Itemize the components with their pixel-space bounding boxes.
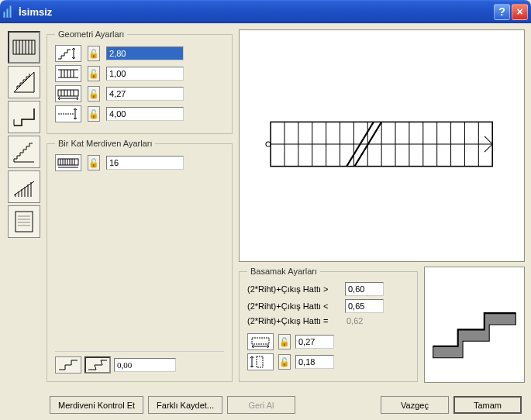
help-button[interactable]: ?	[494, 4, 510, 20]
flight-nosing-mode-2[interactable]	[84, 356, 111, 374]
depth-icon	[55, 105, 81, 122]
tread-icon	[247, 333, 274, 350]
geometry-fieldset: Geometri Ayarları 🔓 🔓 🔓	[47, 29, 233, 134]
titlebar: İsimsiz ? ×	[0, 0, 531, 23]
lock-icon[interactable]: 🔓	[278, 354, 291, 370]
formula-lt-label: (2*Riht)+Çıkış Hattı <	[247, 301, 340, 311]
undo-button: Geri Al	[227, 396, 295, 414]
check-stair-button[interactable]: Merdiveni Kontrol Et	[50, 396, 143, 414]
app-icon	[3, 5, 16, 18]
flight-legend: Bir Kat Merdiven Ayarları	[55, 139, 155, 148]
tread-input[interactable]	[295, 335, 334, 349]
basamak-legend: Basamak Ayarları	[247, 267, 320, 276]
flight-nosing-mode-1[interactable]	[55, 356, 81, 374]
tab-railing[interactable]	[8, 170, 40, 203]
geometry-legend: Geometri Ayarları	[55, 29, 127, 39]
lock-icon[interactable]: 🔓	[88, 86, 100, 102]
steps-icon	[55, 154, 81, 171]
nosing-input[interactable]	[114, 358, 176, 372]
lock-icon[interactable]: 🔓	[88, 106, 100, 122]
height-input[interactable]	[106, 46, 184, 60]
formula-lt-input[interactable]	[345, 299, 384, 313]
lock-icon[interactable]: 🔓	[88, 46, 100, 61]
length-input[interactable]	[106, 87, 184, 101]
tab-perspective[interactable]	[8, 66, 40, 98]
lock-icon[interactable]: 🔓	[88, 66, 100, 81]
formula-gt-label: (2*Riht)+Çıkış Hattı >	[247, 284, 340, 294]
svg-point-65	[266, 142, 271, 146]
formula-eq-value: 0,62	[345, 316, 363, 325]
ok-button[interactable]: Tamam	[453, 396, 522, 414]
basamak-fieldset: Basamak Ayarları (2*Riht)+Çıkış Hattı > …	[239, 267, 418, 382]
width-input[interactable]	[106, 67, 184, 81]
depth-input[interactable]	[106, 107, 184, 121]
formula-eq-label: (2*Riht)+Çıkış Hattı =	[247, 316, 340, 325]
plan-preview	[239, 29, 525, 262]
tab-plan[interactable]	[8, 31, 40, 64]
lock-icon[interactable]: 🔓	[88, 155, 100, 170]
svg-rect-68	[257, 356, 263, 367]
section-preview	[424, 267, 525, 383]
lock-icon[interactable]: 🔓	[278, 334, 291, 349]
dialog-button-bar: Merdiveni Kontrol Et Farklı Kaydet... Ge…	[0, 393, 531, 420]
length-icon	[55, 85, 81, 102]
close-button[interactable]: ×	[512, 4, 528, 20]
window-title: İsimsiz	[19, 6, 494, 18]
steps-input[interactable]	[106, 156, 184, 170]
svg-rect-37	[58, 159, 78, 165]
flight-fieldset: Bir Kat Merdiven Ayarları 🔓	[47, 139, 233, 382]
cancel-button[interactable]: Vazgeç	[381, 396, 449, 414]
riser-input[interactable]	[295, 355, 334, 369]
formula-gt-input[interactable]	[345, 282, 384, 296]
svg-rect-15	[16, 212, 33, 232]
save-as-button[interactable]: Farklı Kaydet...	[148, 396, 222, 414]
height-icon	[55, 45, 81, 62]
tab-list[interactable]	[8, 205, 40, 238]
tab-section[interactable]	[8, 101, 40, 133]
tab-elevation[interactable]	[8, 136, 40, 168]
riser-icon	[247, 353, 274, 370]
side-tabs	[6, 29, 42, 387]
svg-rect-66	[252, 338, 269, 344]
width-icon	[55, 65, 81, 82]
